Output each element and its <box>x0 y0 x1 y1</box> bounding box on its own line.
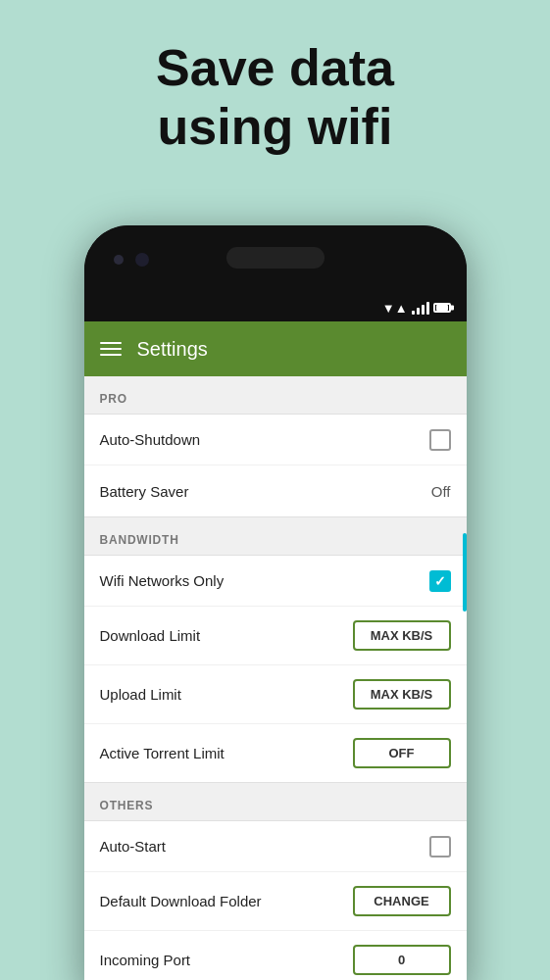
setting-row-download-folder: Default Download Folder CHANGE <box>84 872 467 931</box>
wifi-only-checkbox[interactable]: ✓ <box>429 570 451 592</box>
setting-row-download-limit: Download Limit MAX KB/S <box>84 607 467 665</box>
wifi-icon: ▼▲ <box>382 301 408 316</box>
setting-row-auto-shutdown: Auto-Shutdown <box>84 415 467 466</box>
setting-row-incoming-port: Incoming Port 0 <box>84 931 467 980</box>
checkmark-icon: ✓ <box>434 573 446 589</box>
setting-row-torrent-limit: Active Torrent Limit OFF <box>84 724 467 782</box>
hero-title: Save data using wifi <box>0 39 550 157</box>
settings-group-bandwidth: Wifi Networks Only ✓ Download Limit MAX … <box>84 555 467 783</box>
battery-saver-label: Battery Saver <box>100 483 189 500</box>
hamburger-menu-icon[interactable] <box>100 342 122 356</box>
section-header-bandwidth: BANDWIDTH <box>84 517 467 555</box>
setting-row-auto-start: Auto-Start <box>84 821 467 872</box>
incoming-port-button[interactable]: 0 <box>353 945 451 975</box>
section-bandwidth: BANDWIDTH Wifi Networks Only ✓ Download … <box>84 517 467 783</box>
incoming-port-label: Incoming Port <box>100 952 191 968</box>
hero-section: Save data using wifi <box>0 0 550 186</box>
download-limit-label: Download Limit <box>100 627 201 644</box>
battery-saver-value: Off <box>431 483 451 500</box>
section-others: OTHERS Auto-Start Default Download Folde… <box>84 783 467 980</box>
auto-start-checkbox[interactable] <box>429 836 451 858</box>
download-limit-button[interactable]: MAX KB/S <box>353 620 451 651</box>
section-header-pro: PRO <box>84 376 467 414</box>
auto-start-label: Auto-Start <box>100 838 167 855</box>
scrollbar-indicator <box>463 533 467 612</box>
toolbar-title: Settings <box>137 338 208 361</box>
auto-shutdown-checkbox[interactable] <box>429 429 451 451</box>
app-toolbar: Settings <box>84 321 467 376</box>
settings-group-pro: Auto-Shutdown Battery Saver Off <box>84 414 467 517</box>
status-icons: ▼▲ <box>382 301 451 316</box>
upload-limit-button[interactable]: MAX KB/S <box>353 679 451 710</box>
torrent-limit-label: Active Torrent Limit <box>100 745 225 761</box>
battery-icon <box>433 303 451 313</box>
settings-group-others: Auto-Start Default Download Folder CHANG… <box>84 820 467 980</box>
speaker-bar <box>226 247 325 269</box>
phone-top-bezel <box>84 225 467 294</box>
wifi-only-label: Wifi Networks Only <box>100 572 225 589</box>
auto-shutdown-label: Auto-Shutdown <box>100 431 201 448</box>
change-folder-button[interactable]: CHANGE <box>353 886 451 916</box>
setting-row-wifi-only: Wifi Networks Only ✓ <box>84 556 467 607</box>
torrent-limit-button[interactable]: OFF <box>353 738 451 768</box>
download-folder-label: Default Download Folder <box>100 893 262 909</box>
phone-camera-area <box>114 253 149 267</box>
camera-dot-main <box>135 253 149 267</box>
camera-dot-small <box>114 255 124 265</box>
status-bar: ▼▲ <box>84 294 467 321</box>
upload-limit-label: Upload Limit <box>100 686 181 703</box>
section-header-others: OTHERS <box>84 783 467 820</box>
section-pro: PRO Auto-Shutdown Battery Saver Off <box>84 376 467 517</box>
setting-row-battery-saver[interactable]: Battery Saver Off <box>84 466 467 516</box>
signal-bars <box>412 301 429 315</box>
settings-content: PRO Auto-Shutdown Battery Saver Off BAND… <box>84 376 467 980</box>
phone-mockup: ▼▲ Settings PRO <box>84 225 467 980</box>
setting-row-upload-limit: Upload Limit MAX KB/S <box>84 665 467 724</box>
